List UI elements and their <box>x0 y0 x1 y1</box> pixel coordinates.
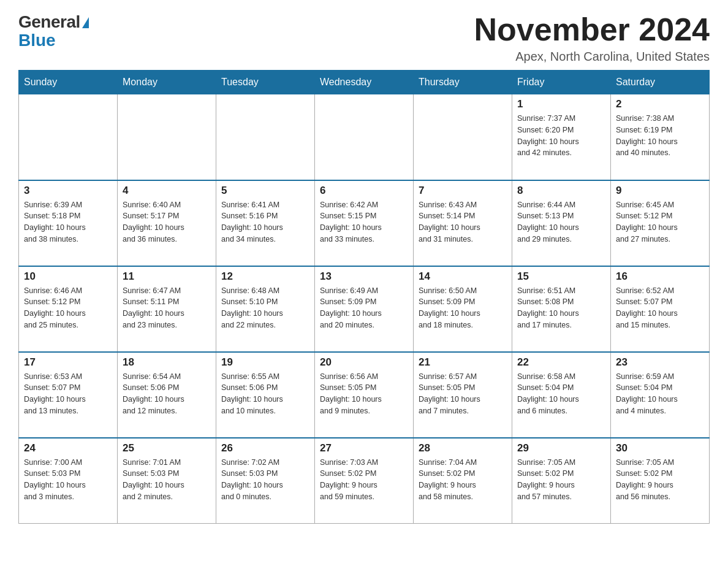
day-number: 9 <box>616 185 704 197</box>
day-number: 16 <box>616 270 704 283</box>
day-info: Sunrise: 7:05 AM Sunset: 5:02 PM Dayligh… <box>616 457 704 503</box>
logo-blue-text: Blue <box>18 31 89 50</box>
day-info: Sunrise: 6:50 AM Sunset: 5:09 PM Dayligh… <box>419 285 507 331</box>
day-info: Sunrise: 6:59 AM Sunset: 5:04 PM Dayligh… <box>616 371 704 417</box>
day-info: Sunrise: 7:03 AM Sunset: 5:02 PM Dayligh… <box>320 457 408 503</box>
day-info: Sunrise: 6:43 AM Sunset: 5:14 PM Dayligh… <box>419 199 507 245</box>
day-number: 20 <box>320 356 408 369</box>
weekday-header-row: SundayMondayTuesdayWednesdayThursdayFrid… <box>19 71 710 94</box>
day-info: Sunrise: 6:47 AM Sunset: 5:11 PM Dayligh… <box>123 285 211 331</box>
calendar-cell: 16Sunrise: 6:52 AM Sunset: 5:07 PM Dayli… <box>611 266 710 352</box>
calendar-cell: 22Sunrise: 6:58 AM Sunset: 5:04 PM Dayli… <box>512 352 611 438</box>
calendar-cell <box>315 94 414 180</box>
day-info: Sunrise: 6:53 AM Sunset: 5:07 PM Dayligh… <box>24 371 112 417</box>
weekday-header-friday: Friday <box>512 71 611 94</box>
day-info: Sunrise: 6:58 AM Sunset: 5:04 PM Dayligh… <box>517 371 605 417</box>
day-info: Sunrise: 6:39 AM Sunset: 5:18 PM Dayligh… <box>24 199 112 245</box>
day-number: 14 <box>419 270 507 283</box>
title-section: November 2024 Apex, North Carolina, Unit… <box>474 12 710 64</box>
calendar-cell: 5Sunrise: 6:41 AM Sunset: 5:16 PM Daylig… <box>216 180 315 266</box>
calendar-table: SundayMondayTuesdayWednesdayThursdayFrid… <box>18 70 710 524</box>
day-info: Sunrise: 6:46 AM Sunset: 5:12 PM Dayligh… <box>24 285 112 331</box>
weekday-header-tuesday: Tuesday <box>216 71 315 94</box>
day-info: Sunrise: 6:44 AM Sunset: 5:13 PM Dayligh… <box>517 199 605 245</box>
calendar-cell: 18Sunrise: 6:54 AM Sunset: 5:06 PM Dayli… <box>118 352 216 438</box>
calendar-cell: 15Sunrise: 6:51 AM Sunset: 5:08 PM Dayli… <box>512 266 611 352</box>
location-subtitle: Apex, North Carolina, United States <box>474 50 710 64</box>
calendar-cell: 19Sunrise: 6:55 AM Sunset: 5:06 PM Dayli… <box>216 352 315 438</box>
calendar-cell: 30Sunrise: 7:05 AM Sunset: 5:02 PM Dayli… <box>611 438 710 524</box>
logo: General Blue <box>18 12 89 50</box>
day-number: 13 <box>320 270 408 283</box>
calendar-cell: 7Sunrise: 6:43 AM Sunset: 5:14 PM Daylig… <box>414 180 512 266</box>
day-info: Sunrise: 6:54 AM Sunset: 5:06 PM Dayligh… <box>123 371 211 417</box>
day-number: 24 <box>24 442 112 454</box>
day-number: 29 <box>517 442 605 454</box>
day-info: Sunrise: 6:52 AM Sunset: 5:07 PM Dayligh… <box>616 285 704 331</box>
day-info: Sunrise: 6:55 AM Sunset: 5:06 PM Dayligh… <box>221 371 309 417</box>
day-number: 17 <box>24 356 112 369</box>
day-info: Sunrise: 6:45 AM Sunset: 5:12 PM Dayligh… <box>616 199 704 245</box>
day-info: Sunrise: 7:37 AM Sunset: 6:20 PM Dayligh… <box>517 113 605 159</box>
calendar-cell: 26Sunrise: 7:02 AM Sunset: 5:03 PM Dayli… <box>216 438 315 524</box>
weekday-header-monday: Monday <box>118 71 216 94</box>
day-number: 27 <box>320 442 408 454</box>
calendar-cell: 13Sunrise: 6:49 AM Sunset: 5:09 PM Dayli… <box>315 266 414 352</box>
day-number: 5 <box>221 185 309 197</box>
calendar-week-2: 3Sunrise: 6:39 AM Sunset: 5:18 PM Daylig… <box>19 180 710 266</box>
day-info: Sunrise: 6:40 AM Sunset: 5:17 PM Dayligh… <box>123 199 211 245</box>
day-number: 11 <box>123 270 211 283</box>
calendar-cell: 24Sunrise: 7:00 AM Sunset: 5:03 PM Dayli… <box>19 438 118 524</box>
day-info: Sunrise: 6:51 AM Sunset: 5:08 PM Dayligh… <box>517 285 605 331</box>
day-number: 7 <box>419 185 507 197</box>
day-info: Sunrise: 6:42 AM Sunset: 5:15 PM Dayligh… <box>320 199 408 245</box>
day-info: Sunrise: 6:41 AM Sunset: 5:16 PM Dayligh… <box>221 199 309 245</box>
calendar-cell: 25Sunrise: 7:01 AM Sunset: 5:03 PM Dayli… <box>118 438 216 524</box>
calendar-week-1: 1Sunrise: 7:37 AM Sunset: 6:20 PM Daylig… <box>19 94 710 180</box>
calendar-week-4: 17Sunrise: 6:53 AM Sunset: 5:07 PM Dayli… <box>19 352 710 438</box>
day-number: 8 <box>517 185 605 197</box>
calendar-cell: 8Sunrise: 6:44 AM Sunset: 5:13 PM Daylig… <box>512 180 611 266</box>
day-number: 6 <box>320 185 408 197</box>
calendar-cell: 2Sunrise: 7:38 AM Sunset: 6:19 PM Daylig… <box>611 94 710 180</box>
calendar-cell: 17Sunrise: 6:53 AM Sunset: 5:07 PM Dayli… <box>19 352 118 438</box>
day-number: 25 <box>123 442 211 454</box>
day-info: Sunrise: 7:02 AM Sunset: 5:03 PM Dayligh… <box>221 457 309 503</box>
logo-general-text: General <box>18 12 80 32</box>
weekday-header-saturday: Saturday <box>611 71 710 94</box>
calendar-cell: 21Sunrise: 6:57 AM Sunset: 5:05 PM Dayli… <box>414 352 512 438</box>
day-number: 4 <box>123 185 211 197</box>
day-info: Sunrise: 7:01 AM Sunset: 5:03 PM Dayligh… <box>123 457 211 503</box>
day-number: 12 <box>221 270 309 283</box>
day-number: 3 <box>24 185 112 197</box>
day-number: 21 <box>419 356 507 369</box>
weekday-header-thursday: Thursday <box>414 71 512 94</box>
day-number: 22 <box>517 356 605 369</box>
calendar-cell: 20Sunrise: 6:56 AM Sunset: 5:05 PM Dayli… <box>315 352 414 438</box>
calendar-week-5: 24Sunrise: 7:00 AM Sunset: 5:03 PM Dayli… <box>19 438 710 524</box>
day-info: Sunrise: 6:56 AM Sunset: 5:05 PM Dayligh… <box>320 371 408 417</box>
calendar-cell <box>414 94 512 180</box>
calendar-cell: 28Sunrise: 7:04 AM Sunset: 5:02 PM Dayli… <box>414 438 512 524</box>
calendar-cell: 14Sunrise: 6:50 AM Sunset: 5:09 PM Dayli… <box>414 266 512 352</box>
day-number: 2 <box>616 98 704 110</box>
day-number: 23 <box>616 356 704 369</box>
day-number: 28 <box>419 442 507 454</box>
calendar-cell: 27Sunrise: 7:03 AM Sunset: 5:02 PM Dayli… <box>315 438 414 524</box>
day-number: 26 <box>221 442 309 454</box>
day-number: 10 <box>24 270 112 283</box>
weekday-header-wednesday: Wednesday <box>315 71 414 94</box>
calendar-cell: 29Sunrise: 7:05 AM Sunset: 5:02 PM Dayli… <box>512 438 611 524</box>
calendar-cell: 10Sunrise: 6:46 AM Sunset: 5:12 PM Dayli… <box>19 266 118 352</box>
day-number: 15 <box>517 270 605 283</box>
day-info: Sunrise: 7:05 AM Sunset: 5:02 PM Dayligh… <box>517 457 605 503</box>
day-info: Sunrise: 6:49 AM Sunset: 5:09 PM Dayligh… <box>320 285 408 331</box>
day-info: Sunrise: 7:04 AM Sunset: 5:02 PM Dayligh… <box>419 457 507 503</box>
calendar-cell: 11Sunrise: 6:47 AM Sunset: 5:11 PM Dayli… <box>118 266 216 352</box>
calendar-cell: 1Sunrise: 7:37 AM Sunset: 6:20 PM Daylig… <box>512 94 611 180</box>
calendar-cell: 6Sunrise: 6:42 AM Sunset: 5:15 PM Daylig… <box>315 180 414 266</box>
day-number: 30 <box>616 442 704 454</box>
day-info: Sunrise: 6:48 AM Sunset: 5:10 PM Dayligh… <box>221 285 309 331</box>
day-number: 1 <box>517 98 605 110</box>
day-info: Sunrise: 7:00 AM Sunset: 5:03 PM Dayligh… <box>24 457 112 503</box>
